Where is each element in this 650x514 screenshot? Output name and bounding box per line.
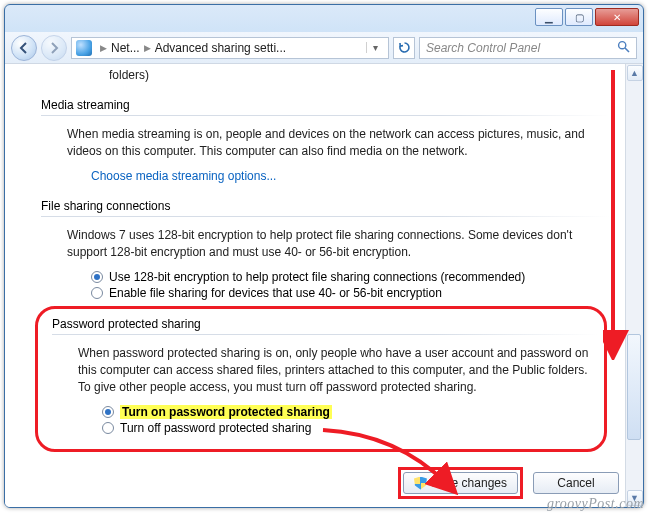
window-frame: ▁ ▢ ✕ ▶ Net... ▶ Advanced sharing setti.…: [4, 4, 644, 508]
maximize-button[interactable]: ▢: [565, 8, 593, 26]
vertical-scrollbar[interactable]: ▲ ▼: [625, 64, 643, 507]
refresh-icon: [398, 41, 411, 54]
section-filesharing-title: File sharing connections: [41, 199, 609, 213]
section-media-title: Media streaming: [41, 98, 609, 112]
divider: [41, 216, 609, 217]
navigation-bar: ▶ Net... ▶ Advanced sharing setti... ▾ S…: [5, 32, 643, 64]
radio-4056bit[interactable]: Enable file sharing for devices that use…: [91, 286, 609, 300]
breadcrumb-part-1[interactable]: Net...: [111, 41, 140, 55]
scroll-track[interactable]: [626, 82, 643, 489]
divider: [52, 334, 598, 335]
refresh-button[interactable]: [393, 37, 415, 59]
crumb-sep-icon: ▶: [100, 43, 107, 53]
button-label: Save changes: [431, 476, 507, 490]
section-password-title: Password protected sharing: [52, 317, 598, 331]
cancel-button[interactable]: Cancel: [533, 472, 619, 494]
back-button[interactable]: [11, 35, 37, 61]
client-area: folders) Media streaming When media stre…: [5, 64, 643, 507]
content-scroll: folders) Media streaming When media stre…: [5, 64, 625, 507]
radio-password-off[interactable]: Turn off password protected sharing: [102, 421, 598, 435]
search-input[interactable]: Search Control Panel: [419, 37, 637, 59]
section-filesharing-body: Windows 7 uses 128-bit encryption to hel…: [67, 227, 607, 262]
shield-icon: [414, 477, 427, 490]
button-label: Cancel: [557, 476, 594, 490]
radio-icon: [102, 422, 114, 434]
breadcrumb[interactable]: ▶ Net... ▶ Advanced sharing setti... ▾: [71, 37, 389, 59]
save-changes-button[interactable]: Save changes: [403, 472, 518, 494]
close-button[interactable]: ✕: [595, 8, 639, 26]
forward-button[interactable]: [41, 35, 67, 61]
back-arrow-icon: [18, 42, 30, 54]
radio-128bit[interactable]: Use 128-bit encryption to help protect f…: [91, 270, 609, 284]
media-options-link[interactable]: Choose media streaming options...: [91, 169, 276, 183]
radio-label: Use 128-bit encryption to help protect f…: [109, 270, 525, 284]
divider: [41, 115, 609, 116]
network-icon: [76, 40, 92, 56]
radio-icon: [102, 406, 114, 418]
minimize-button[interactable]: ▁: [535, 8, 563, 26]
search-placeholder: Search Control Panel: [426, 41, 540, 55]
annotation-save-highlight: Save changes: [398, 467, 523, 499]
svg-line-1: [625, 48, 629, 52]
window-titlebar: ▁ ▢ ✕: [5, 5, 643, 32]
breadcrumb-part-2[interactable]: Advanced sharing setti...: [155, 41, 286, 55]
scroll-thumb[interactable]: [627, 334, 641, 440]
watermark: groovyPost.com: [547, 496, 644, 512]
radio-label: Enable file sharing for devices that use…: [109, 286, 442, 300]
scroll-up-icon[interactable]: ▲: [627, 65, 643, 81]
radio-label: Turn on password protected sharing: [120, 405, 332, 419]
radio-icon: [91, 287, 103, 299]
breadcrumb-dropdown-icon[interactable]: ▾: [366, 42, 384, 53]
crumb-sep-icon: ▶: [144, 43, 151, 53]
footer-buttons: Save changes Cancel: [398, 467, 619, 499]
radio-label: Turn off password protected sharing: [120, 421, 311, 435]
radio-password-on[interactable]: Turn on password protected sharing: [102, 405, 598, 419]
annotation-highlight-box: Password protected sharing When password…: [35, 306, 607, 452]
section-password-body: When password protected sharing is on, o…: [78, 345, 598, 397]
section-media-body: When media streaming is on, people and d…: [67, 126, 607, 161]
forward-arrow-icon: [48, 42, 60, 54]
radio-icon: [91, 271, 103, 283]
svg-point-0: [619, 41, 626, 48]
search-icon: [617, 40, 630, 56]
truncated-text: folders): [109, 68, 609, 82]
